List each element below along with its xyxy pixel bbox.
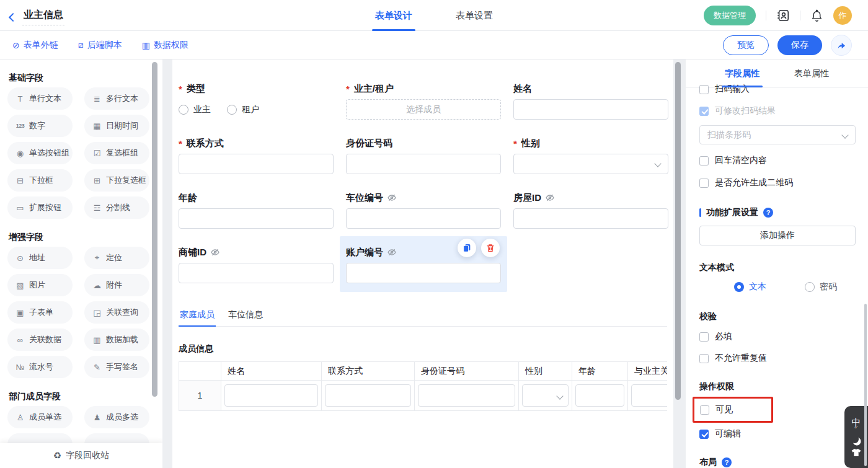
sidebar-scrollbar[interactable]: [152, 62, 157, 397]
select-member-box[interactable]: 选择成员: [346, 99, 501, 120]
sidebar-item-multi-line-text[interactable]: ≣多行文本: [84, 87, 149, 110]
field-type[interactable]: *类型 业主 租户: [179, 82, 334, 120]
sidebar-item-image[interactable]: ▧图片: [7, 274, 73, 296]
field-house-id[interactable]: 房屋ID: [513, 192, 668, 229]
member-age-input[interactable]: [575, 384, 624, 407]
member-id-input[interactable]: [418, 384, 515, 407]
checkbox-clear-on-enter[interactable]: 回车清空内容: [699, 154, 856, 167]
scan-type-select[interactable]: 扫描条形码: [699, 125, 856, 144]
checkbox-scan-input[interactable]: 扫码输入: [699, 82, 856, 96]
tab-form-design[interactable]: 表单设计: [373, 0, 414, 31]
dark-mode-moon-icon[interactable]: [850, 435, 859, 444]
sidebar-item-datetime[interactable]: ▦日期时间: [84, 115, 149, 137]
contact-input[interactable]: [179, 154, 334, 174]
member-name-input[interactable]: [224, 384, 318, 407]
checkbox-modify-scan-result[interactable]: 可修改扫码结果: [699, 104, 856, 118]
field-account-no[interactable]: 账户编号: [346, 246, 501, 283]
sidebar-item-member-single[interactable]: ♙成员单选: [7, 406, 73, 428]
sidebar-item-relation-query[interactable]: ◲关联查询: [84, 301, 149, 324]
section-bar-icon: [699, 208, 701, 217]
copy-field-button[interactable]: [458, 239, 476, 257]
save-button[interactable]: 保存: [777, 35, 822, 55]
radio-text-mode[interactable]: 文本: [734, 281, 766, 293]
checkbox-icon[interactable]: [699, 332, 709, 342]
sidebar-item-divider[interactable]: ☲分割线: [84, 196, 149, 219]
contact-book-icon[interactable]: [776, 9, 790, 22]
tab-form-properties[interactable]: 表单属性: [793, 60, 830, 87]
member-gender-select[interactable]: [522, 384, 569, 407]
member-contact-input[interactable]: [325, 384, 411, 407]
member-relation-input[interactable]: [631, 384, 667, 407]
sidebar-item-member-multi[interactable]: ♟成员多选: [84, 406, 149, 428]
checkbox-allow-qrcode[interactable]: 是否允许生成二维码: [699, 176, 856, 190]
checkbox-icon[interactable]: [699, 156, 709, 166]
tab-field-properties[interactable]: 字段属性: [724, 60, 761, 87]
checkbox-required[interactable]: 必填: [699, 330, 856, 343]
sidebar-item-single-line-text[interactable]: T单行文本: [7, 87, 73, 110]
sidebar-item-subform[interactable]: ▣子表单: [7, 301, 73, 324]
field-parking-no[interactable]: 车位编号: [346, 192, 501, 229]
sidebar-item-checkbox-group[interactable]: ☑复选框组: [84, 142, 149, 164]
tab-family-members[interactable]: 家庭成员: [179, 304, 216, 326]
checkbox-visible[interactable]: 可见: [700, 403, 766, 417]
parking-no-input[interactable]: [346, 208, 501, 229]
backend-script-button[interactable]: ⧄ 后端脚本: [78, 40, 122, 51]
checkbox-icon[interactable]: [699, 179, 709, 188]
checkbox-no-duplicate[interactable]: 不允许重复值: [699, 351, 856, 365]
data-permission-button[interactable]: ▥ 数据权限: [142, 40, 188, 51]
window-scrollbar[interactable]: [864, 304, 867, 466]
account-no-input[interactable]: [346, 263, 501, 283]
help-icon[interactable]: ?: [763, 208, 773, 218]
gender-select[interactable]: [513, 154, 668, 174]
notification-bell-icon[interactable]: [810, 9, 823, 22]
checkbox-checked-disabled-icon[interactable]: [699, 107, 709, 116]
field-recycle-bin[interactable]: ♻ 字段回收站: [0, 443, 162, 468]
sidebar-item-signature[interactable]: ✎手写签名: [84, 356, 149, 378]
field-gender[interactable]: *性别: [513, 137, 668, 174]
sidebar-item-location[interactable]: ⌖定位: [84, 247, 149, 269]
sidebar-item-address[interactable]: ⊙地址: [7, 247, 73, 269]
user-avatar[interactable]: 作: [833, 6, 852, 25]
sidebar-item-attachment[interactable]: ☁附件: [84, 274, 149, 296]
checkbox-icon[interactable]: [700, 405, 709, 415]
name-input[interactable]: [513, 99, 668, 120]
back-button[interactable]: 业主信息: [10, 7, 64, 25]
share-button[interactable]: [831, 35, 852, 56]
checkbox-checked-icon[interactable]: [699, 430, 709, 439]
field-id-number[interactable]: 身份证号码: [346, 137, 501, 174]
sidebar-item-number[interactable]: 123数字: [7, 115, 73, 137]
delete-field-button[interactable]: [481, 239, 500, 257]
external-link-button[interactable]: ⊘ 表单外链: [12, 40, 58, 51]
sidebar-item-relation-data[interactable]: ∞关联数据: [7, 329, 73, 351]
age-input[interactable]: [179, 208, 334, 229]
preview-button[interactable]: 预览: [723, 35, 769, 55]
tab-form-settings[interactable]: 表单设置: [454, 0, 495, 31]
checkbox-icon[interactable]: [699, 85, 709, 94]
add-action-button[interactable]: 添加操作: [699, 226, 856, 245]
theme-shirt-icon[interactable]: [851, 448, 861, 457]
radio-tenant[interactable]: 租户: [227, 104, 259, 115]
field-shop-id[interactable]: 商铺ID: [179, 246, 334, 283]
help-icon[interactable]: ?: [722, 457, 732, 467]
field-name[interactable]: 姓名: [513, 82, 668, 120]
sidebar-item-radio-group[interactable]: ◉单选按钮组: [7, 142, 73, 164]
checkbox-editable[interactable]: 可编辑: [699, 427, 856, 441]
translate-icon[interactable]: 中 ᵒʼ: [852, 418, 861, 430]
shop-id-input[interactable]: [179, 263, 334, 283]
house-id-input[interactable]: [513, 208, 668, 229]
sidebar-item-serial-number[interactable]: №流水号: [7, 356, 73, 378]
checkbox-icon[interactable]: [699, 354, 709, 363]
data-manage-button[interactable]: 数据管理: [704, 6, 756, 25]
field-age[interactable]: 年龄: [179, 192, 334, 229]
field-contact[interactable]: *联系方式: [179, 137, 334, 174]
sidebar-item-extend-button[interactable]: ▭扩展按钮: [7, 196, 73, 219]
sidebar-item-multi-dropdown[interactable]: ⊞下拉复选框: [84, 169, 149, 192]
id-number-input[interactable]: [346, 154, 501, 174]
radio-owner[interactable]: 业主: [179, 104, 211, 115]
sidebar-item-data-load[interactable]: ▥数据加载: [84, 329, 149, 351]
tab-parking-info[interactable]: 车位信息: [227, 304, 264, 326]
sidebar-item-dropdown[interactable]: ⊟下拉框: [7, 169, 73, 192]
field-owner-tenant[interactable]: *业主/租户 选择成员: [346, 82, 501, 120]
canvas-scrollbar[interactable]: [675, 62, 681, 400]
radio-password-mode[interactable]: 密码: [805, 281, 837, 293]
